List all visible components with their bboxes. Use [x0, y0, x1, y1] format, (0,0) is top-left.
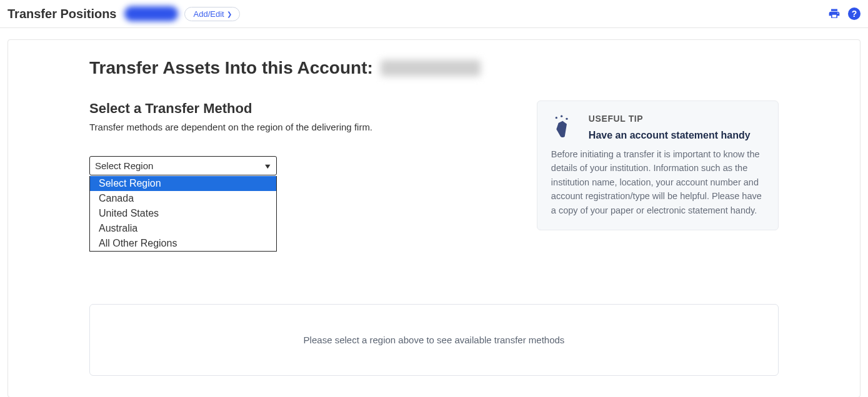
transfer-methods-panel: Please select a region above to see avai…: [89, 304, 779, 376]
region-option[interactable]: Australia: [90, 221, 276, 236]
svg-point-1: [561, 115, 562, 117]
tip-body: Before initiating a transfer it is impor…: [551, 147, 764, 217]
print-icon[interactable]: [828, 7, 841, 20]
region-select[interactable]: Select Region ▼: [89, 156, 277, 175]
snap-icon: [551, 114, 576, 141]
tip-title: USEFUL TIP: [589, 114, 751, 124]
method-subtext: Transfer methods are dependent on the re…: [89, 122, 517, 132]
region-select-wrap: Select Region ▼ Select Region Canada Uni…: [89, 156, 277, 175]
region-option[interactable]: Canada: [90, 191, 276, 206]
help-icon[interactable]: ?: [848, 7, 861, 20]
account-badge: [124, 6, 178, 21]
left-column: Select a Transfer Method Transfer method…: [89, 100, 517, 230]
region-option[interactable]: Select Region: [90, 176, 276, 191]
main-heading-row: Transfer Assets Into this Account:: [89, 57, 779, 78]
right-column: USEFUL TIP Have an account statement han…: [537, 100, 779, 230]
main-heading: Transfer Assets Into this Account:: [89, 58, 373, 78]
region-options: Select Region Canada United States Austr…: [89, 176, 277, 252]
tip-subtitle: Have an account statement handy: [589, 130, 751, 141]
add-edit-button[interactable]: Add/Edit ❯: [184, 7, 240, 21]
method-placeholder-text: Please select a region above to see avai…: [304, 335, 565, 345]
region-select-value: Select Region: [95, 160, 153, 171]
main-card: Transfer Assets Into this Account: Selec…: [7, 39, 861, 397]
svg-point-2: [566, 118, 567, 120]
account-number: [381, 60, 481, 76]
caret-down-icon: ▼: [263, 162, 272, 170]
page-header: Transfer Positions Add/Edit ❯ ?: [0, 0, 868, 28]
add-edit-label: Add/Edit: [194, 9, 224, 19]
region-option[interactable]: United States: [90, 206, 276, 221]
method-heading: Select a Transfer Method: [89, 100, 517, 117]
chevron-right-icon: ❯: [227, 11, 232, 17]
page-title: Transfer Positions: [7, 7, 117, 21]
tip-head: USEFUL TIP Have an account statement han…: [551, 114, 764, 141]
tip-card: USEFUL TIP Have an account statement han…: [537, 100, 779, 230]
header-actions: ?: [828, 7, 861, 20]
svg-point-0: [556, 117, 557, 119]
region-option[interactable]: All Other Regions: [90, 236, 276, 251]
